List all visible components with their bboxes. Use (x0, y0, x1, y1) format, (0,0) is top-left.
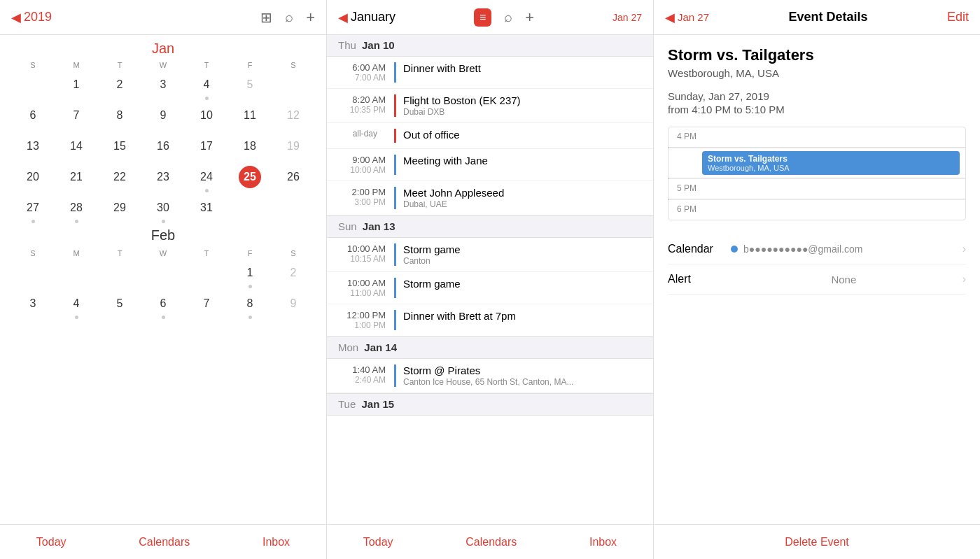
back-detail-label: Jan 27 (678, 11, 709, 23)
search-icon[interactable]: ⌕ (285, 9, 293, 25)
feb-day-1[interactable]: 1 (228, 260, 272, 290)
cal-day-empty (11, 72, 55, 101)
alert-value: None › (731, 273, 966, 285)
event-john-appleseed[interactable]: 2:00 PM 3:00 PM Meet John Appleseed Duba… (327, 181, 653, 215)
event-out-of-office[interactable]: all-day Out of office (327, 123, 653, 149)
event-content-storm2: Storm game (403, 278, 642, 298)
back-jan27-button[interactable]: ◀ Jan 27 (665, 10, 709, 25)
event-content-ooo: Out of office (403, 129, 642, 143)
days-of-week-row: S M T W T F S (11, 59, 315, 71)
main-content: Jan S M T W T F S 1 2 3 (0, 35, 980, 524)
event-content-jane: Meeting with Jane (403, 155, 642, 175)
cal-day-31[interactable]: 31 (185, 195, 228, 225)
cal-day-15[interactable]: 15 (98, 134, 141, 163)
cal-day-22[interactable]: 22 (98, 164, 141, 194)
week-row-5: 27 28 29 30 31 (11, 195, 315, 225)
calendars-button-mid[interactable]: Calendars (465, 536, 517, 549)
cal-day-7[interactable]: 7 (55, 103, 98, 132)
today-button[interactable]: Today (36, 536, 66, 549)
feb-day-7[interactable]: 7 (185, 291, 228, 320)
cal-day-5[interactable]: 5 (228, 72, 272, 101)
mid-add-icon[interactable]: + (525, 8, 534, 27)
cal-day-13[interactable]: 13 (11, 134, 55, 163)
calendar-grid: S M T W T F S 1 2 3 4 5 (11, 59, 315, 225)
mid-nav-icons: ≡ ⌕ + (474, 8, 534, 27)
timeline-row-6pm: 6 PM (668, 200, 965, 220)
cal-day-24[interactable]: 24 (185, 164, 228, 194)
cal-day-8[interactable]: 8 (98, 103, 141, 132)
cal-day-14[interactable]: 14 (55, 134, 98, 163)
event-content-dinner: Dinner with Brett (403, 62, 642, 83)
alert-value-text: None (831, 274, 856, 285)
inbox-button-mid[interactable]: Inbox (589, 536, 617, 549)
event-storm-pirates[interactable]: 1:40 AM 2:40 AM Storm @ Pirates Canton I… (327, 359, 653, 393)
alert-field[interactable]: Alert None › (668, 264, 966, 295)
calendars-button[interactable]: Calendars (139, 536, 190, 549)
cal-day-3[interactable]: 3 (141, 72, 185, 101)
event-flight-boston[interactable]: 8:20 AM 10:35 PM Flight to Boston (EK 23… (327, 89, 653, 123)
calendar-view-icon[interactable]: ⊞ (260, 9, 272, 26)
cal-day-9[interactable]: 9 (141, 103, 185, 132)
event-detail-content: Storm vs. Tailgaters Westborough, MA, US… (654, 35, 980, 524)
cal-day-20[interactable]: 20 (11, 164, 55, 194)
left-panel: Jan S M T W T F S 1 2 3 (0, 35, 327, 524)
calendar-field[interactable]: Calendar b●●●●●●●●●●@gmail.com › (668, 234, 966, 264)
cal-day-11[interactable]: 11 (228, 103, 272, 132)
cal-day-18[interactable]: 18 (228, 134, 272, 163)
timeline-event-block[interactable]: Storm vs. Tailgaters Westborough, MA, US… (702, 151, 960, 175)
feb-day-3[interactable]: 3 (11, 291, 55, 320)
feb-dow-s1: S (11, 248, 55, 259)
mid-search-icon[interactable]: ⌕ (504, 9, 512, 25)
event-dinner-brett[interactable]: 6:00 AM 7:00 AM Dinner with Brett (327, 57, 653, 89)
event-storm-game-1[interactable]: 10:00 AM 10:15 AM Storm game Canton (327, 238, 653, 272)
cal-day-29[interactable]: 29 (98, 195, 141, 225)
cal-day-17[interactable]: 17 (185, 134, 228, 163)
back-month-button[interactable]: ◀ January (338, 10, 396, 25)
list-view-button[interactable]: ≡ (474, 8, 491, 27)
event-storm-game-2[interactable]: 10:00 AM 11:00 AM Storm game (327, 272, 653, 304)
cal-day-6[interactable]: 6 (11, 103, 55, 132)
cal-day-26[interactable]: 26 (272, 164, 315, 194)
feb-dow-t1: T (98, 248, 141, 259)
cal-day-1[interactable]: 1 (55, 72, 98, 101)
forward-date-label: Jan 27 (612, 12, 642, 23)
cal-day-2[interactable]: 2 (98, 72, 141, 101)
cal-day-27[interactable]: 27 (11, 195, 55, 225)
forward-date-button[interactable]: Jan 27 (612, 12, 642, 23)
event-dinner-brett-7pm[interactable]: 12:00 PM 1:00 PM Dinner with Brett at 7p… (327, 304, 653, 337)
feb-day-6[interactable]: 6 (141, 291, 185, 320)
cal-day-16[interactable]: 16 (141, 134, 185, 163)
feb-day-4[interactable]: 4 (55, 291, 98, 320)
cal-day-12[interactable]: 12 (272, 103, 315, 132)
timeline-event-title: Storm vs. Tailgaters (708, 154, 954, 164)
add-event-icon[interactable]: + (306, 8, 315, 27)
event-meeting-jane[interactable]: 9:00 AM 10:00 AM Meeting with Jane (327, 149, 653, 181)
delete-event-button[interactable]: Delete Event (785, 536, 849, 549)
detail-datetime: Sunday, Jan 27, 2019 from 4:10 PM to 5:1… (668, 90, 966, 115)
calendar-label: Calendar (668, 243, 731, 255)
feb-day-5[interactable]: 5 (98, 291, 141, 320)
edit-button[interactable]: Edit (947, 10, 969, 24)
cal-day-21[interactable]: 21 (55, 164, 98, 194)
event-bar-ooo (394, 129, 396, 143)
feb-week-row-1: 1 2 (11, 260, 315, 290)
cal-day-4[interactable]: 4 (185, 72, 228, 101)
cal-day-28[interactable]: 28 (55, 195, 98, 225)
cal-day-25-today[interactable]: 25 (228, 164, 272, 194)
today-button-mid[interactable]: Today (363, 536, 393, 549)
cal-day-19[interactable]: 19 (272, 134, 315, 163)
feb-day-9[interactable]: 9 (272, 291, 315, 320)
cal-day-23[interactable]: 23 (141, 164, 185, 194)
back-arrow-icon: ◀ (11, 10, 21, 25)
feb-day-8[interactable]: 8 (228, 291, 272, 320)
cal-day-30[interactable]: 30 (141, 195, 185, 225)
dow-s2: S (272, 59, 315, 71)
event-time-pirates: 1:40 AM 2:40 AM (338, 365, 394, 387)
cal-day-empty2 (272, 72, 315, 101)
back-2019-button[interactable]: ◀ 2019 (11, 10, 52, 25)
calendar-dot (731, 246, 738, 253)
inbox-button-left[interactable]: Inbox (262, 536, 290, 549)
cal-day-10[interactable]: 10 (185, 103, 228, 132)
feb-day-2[interactable]: 2 (272, 260, 315, 290)
week-row-2: 6 7 8 9 10 11 12 (11, 103, 315, 132)
